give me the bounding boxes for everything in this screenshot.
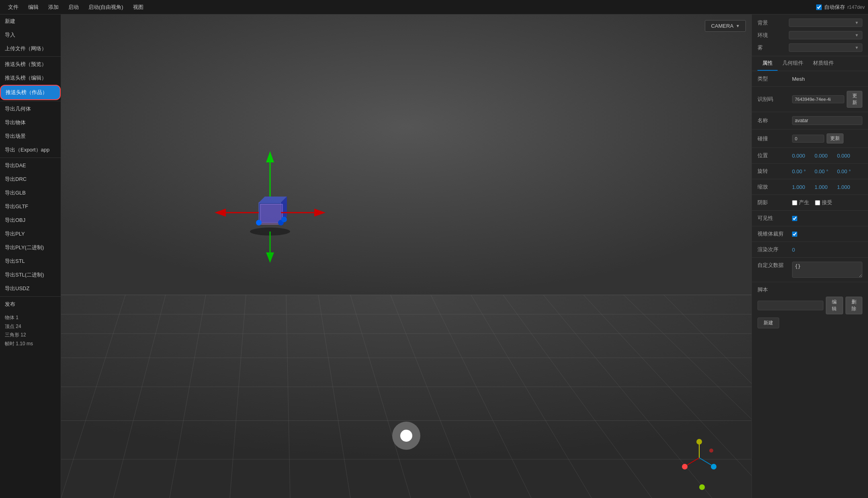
scale-x[interactable]: 1.000	[792, 184, 812, 190]
sidebar-divider-1	[0, 56, 61, 57]
scale-z[interactable]: 1.000	[837, 184, 857, 190]
collision-section: 碰撞 更新	[752, 129, 868, 148]
frustum-checkbox[interactable]	[792, 232, 797, 237]
sidebar-publish[interactable]: 发布	[0, 297, 61, 311]
edit-script-button[interactable]: 编辑	[826, 297, 843, 314]
script-input[interactable]	[757, 301, 823, 310]
axis-widget	[679, 438, 719, 478]
menu-start[interactable]: 启动	[63, 2, 84, 12]
tab-geometry[interactable]: 几何组件	[778, 56, 808, 71]
sidebar-divider-3	[0, 158, 61, 158]
collision-input[interactable]	[792, 135, 824, 143]
id-update-button[interactable]: 更新	[847, 91, 862, 108]
scale-section: 缩放 1.000 1.000 1.000	[752, 179, 868, 195]
fog-dropdown[interactable]: ▼	[789, 43, 862, 52]
autosave-checkbox[interactable]	[816, 4, 822, 10]
rotation-label: 旋转	[757, 168, 790, 175]
visibility-checkbox[interactable]	[792, 216, 797, 221]
sidebar-item-push-work[interactable]: 推送头榜（作品）	[0, 85, 61, 100]
render-order-row: 渲染次序 0	[757, 246, 862, 253]
menu-file[interactable]: 文件	[3, 2, 23, 12]
visibility-row: 可见性	[757, 215, 862, 222]
script-section: 脚本 编辑 删除 新建	[752, 282, 868, 332]
rot-y[interactable]: 0.00 °	[815, 168, 835, 174]
camera-button[interactable]: CAMERA ▼	[705, 20, 746, 32]
name-row: 名称	[757, 116, 862, 125]
sidebar-item-upload[interactable]: 上传文件（网络）	[0, 42, 61, 55]
name-input[interactable]	[792, 116, 862, 125]
fog-label: 雾	[757, 44, 786, 51]
play-button[interactable]	[392, 422, 420, 450]
sidebar-item-new[interactable]: 新建	[0, 14, 61, 28]
rotation-xyz: 0.00 ° 0.00 ° 0.00 °	[792, 168, 857, 174]
shadow-receive-checkbox[interactable]	[815, 200, 820, 205]
rotation-row: 旋转 0.00 ° 0.00 ° 0.00 °	[757, 168, 862, 175]
sidebar-item-export-gltf[interactable]: 导出GLTF	[0, 200, 61, 213]
type-row: 类型 Mesh	[757, 75, 862, 82]
sidebar-item-export-usdz[interactable]: 导出USDZ	[0, 282, 61, 295]
sidebar-item-import[interactable]: 导入	[0, 28, 61, 42]
rot-x[interactable]: 0.00 °	[792, 168, 812, 174]
sidebar-item-export-glb[interactable]: 导出GLB	[0, 186, 61, 200]
menu-add[interactable]: 添加	[43, 2, 63, 12]
shadow-receive-row: 接受	[815, 199, 832, 206]
scene-settings-section: 背景 ▼ 环境 ▼ 雾 ▼	[752, 14, 868, 56]
sidebar-item-export-scene[interactable]: 导出场景	[0, 129, 61, 143]
sidebar-item-push-edit[interactable]: 推送头榜（编辑）	[0, 71, 61, 85]
id-input[interactable]	[792, 95, 844, 103]
sidebar-item-push-preview[interactable]: 推送头榜（预览）	[0, 57, 61, 71]
pos-x[interactable]: 0.000	[792, 153, 812, 159]
tab-properties[interactable]: 属性	[757, 56, 778, 71]
sidebar-item-export-geo[interactable]: 导出几何体	[0, 102, 61, 116]
menu-edit[interactable]: 编辑	[23, 2, 43, 12]
scale-y[interactable]: 1.000	[815, 184, 835, 190]
position-row: 位置 0.000 0.000 0.000	[757, 152, 862, 159]
scale-label: 缩放	[757, 183, 790, 191]
collision-update-button[interactable]: 更新	[827, 133, 843, 143]
sidebar-item-export-obj[interactable]: 导出物体	[0, 116, 61, 129]
frustum-row: 视锥体裁剪	[757, 230, 862, 238]
sidebar-item-export-ply[interactable]: 导出PLY	[0, 227, 61, 241]
menu-start-free[interactable]: 启动(自由视角)	[84, 2, 128, 12]
new-script-button[interactable]: 新建	[757, 318, 779, 328]
menu-view[interactable]: 视图	[128, 2, 148, 12]
sidebar-item-export-ply-bin[interactable]: 导出PLY(二进制)	[0, 241, 61, 254]
camera-label: CAMERA	[711, 23, 733, 29]
render-order-section: 渲染次序 0	[752, 242, 868, 258]
render-order-label: 渲染次序	[757, 246, 790, 253]
sidebar-item-export-obj2[interactable]: 导出OBJ	[0, 213, 61, 227]
svg-line-43	[687, 458, 699, 465]
collision-row: 碰撞 更新	[757, 133, 862, 143]
sidebar-divider-2	[0, 101, 61, 101]
rot-z[interactable]: 0.00 °	[837, 168, 857, 174]
svg-rect-1	[61, 295, 751, 498]
sidebar-item-export-app[interactable]: 导出（Export）app	[0, 143, 61, 157]
custom-data-textarea[interactable]: {}	[792, 262, 862, 278]
viewport[interactable]: CAMERA ▼	[61, 14, 751, 498]
background-dropdown[interactable]: ▼	[789, 18, 862, 27]
pos-z[interactable]: 0.000	[837, 153, 857, 159]
svg-point-46	[711, 464, 717, 469]
stat-triangles: 三角形 12	[5, 331, 56, 340]
properties-tabs: 属性 几何组件 材质组件	[752, 56, 868, 71]
sidebar-item-export-stl[interactable]: 导出STL	[0, 254, 61, 268]
delete-script-button[interactable]: 删除	[845, 297, 863, 314]
tab-material[interactable]: 材质组件	[808, 56, 839, 71]
position-xyz: 0.000 0.000 0.000	[792, 153, 857, 159]
svg-point-32	[281, 217, 287, 222]
sidebar-item-export-drc[interactable]: 导出DRC	[0, 172, 61, 186]
pos-y[interactable]: 0.000	[815, 153, 835, 159]
svg-point-47	[709, 449, 713, 453]
render-order-value[interactable]: 0	[792, 247, 795, 253]
background-chevron-icon: ▼	[855, 20, 859, 25]
type-label: 类型	[757, 75, 790, 82]
script-label: 脚本	[757, 286, 790, 293]
svg-point-44	[682, 464, 688, 469]
collision-label: 碰撞	[757, 135, 790, 142]
sidebar-item-export-dae[interactable]: 导出DAE	[0, 159, 61, 172]
sidebar-item-export-stl-bin[interactable]: 导出STL(二进制)	[0, 268, 61, 282]
id-row: 识别码 更新	[757, 91, 862, 108]
shadow-cast-checkbox[interactable]	[792, 200, 797, 205]
environment-dropdown[interactable]: ▼	[789, 31, 862, 39]
frustum-section: 视锥体裁剪	[752, 226, 868, 242]
